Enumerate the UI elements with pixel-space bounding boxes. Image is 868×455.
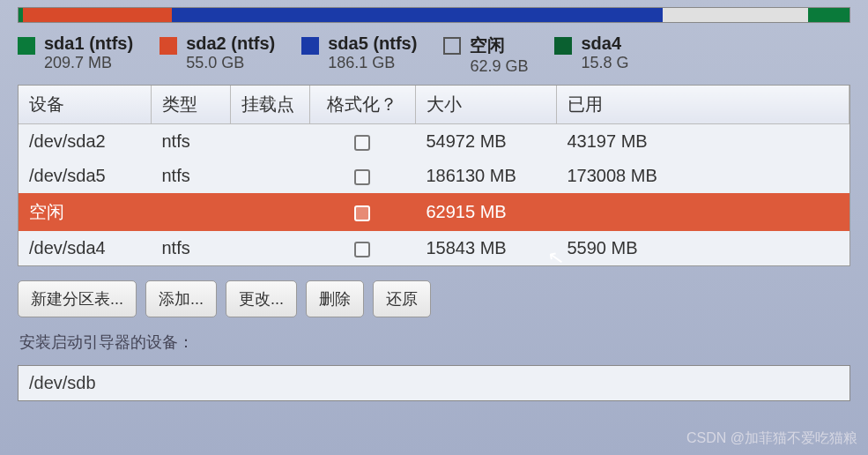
legend-text: sda415.8 G	[581, 34, 628, 72]
legend-name: sda2 (ntfs)	[186, 34, 275, 54]
cell-size: 54972 MB	[415, 124, 556, 160]
add-button[interactable]: 添加...	[145, 280, 217, 317]
legend-swatch-icon	[443, 37, 461, 55]
cell-type: ntfs	[151, 124, 230, 160]
cell-device: /dev/sda2	[19, 124, 151, 160]
header-device[interactable]: 设备	[19, 86, 151, 124]
legend-name: 空闲	[470, 34, 528, 57]
cell-mount	[230, 193, 309, 231]
cell-device: /dev/sda4	[19, 231, 151, 265]
legend-swatch-icon	[160, 37, 177, 55]
legend-size: 62.9 GB	[470, 57, 528, 76]
cell-format	[309, 231, 415, 265]
legend-item: sda5 (ntfs)186.1 GB	[301, 34, 417, 72]
bar-segment-sda4	[808, 8, 849, 22]
bar-segment-sda2	[23, 8, 173, 22]
header-used[interactable]: 已用	[556, 86, 849, 124]
cell-used	[556, 193, 849, 231]
legend-text: sda1 (ntfs)209.7 MB	[44, 34, 133, 72]
legend-swatch-icon	[554, 37, 572, 55]
legend-item: sda415.8 G	[554, 34, 628, 72]
cell-format	[309, 193, 415, 231]
legend-text: sda2 (ntfs)55.0 GB	[186, 34, 275, 72]
cell-type: ntfs	[151, 231, 230, 265]
partition-usage-bar	[18, 7, 850, 23]
cell-device: 空闲	[19, 193, 151, 231]
boot-device-select[interactable]: /dev/sdb	[18, 365, 850, 401]
header-size[interactable]: 大小	[415, 86, 556, 124]
bar-segment-free	[663, 8, 808, 22]
legend-text: 空闲62.9 GB	[470, 34, 528, 76]
cell-used: 5590 MB	[556, 231, 849, 265]
cell-type	[151, 193, 230, 231]
boot-device-value: /dev/sdb	[29, 373, 96, 392]
revert-button[interactable]: 还原	[373, 280, 431, 317]
legend-size: 15.8 G	[581, 54, 628, 72]
header-type[interactable]: 类型	[151, 86, 230, 124]
format-checkbox[interactable]	[354, 169, 370, 185]
cell-mount	[230, 231, 309, 265]
legend-swatch-icon	[18, 37, 35, 55]
format-checkbox[interactable]	[354, 242, 370, 257]
table-row[interactable]: /dev/sda4ntfs15843 MB5590 MB	[19, 231, 849, 265]
action-buttons: 新建分区表... 添加... 更改... 删除 还原	[0, 266, 868, 324]
change-button[interactable]: 更改...	[226, 280, 297, 317]
partition-table: 设备 类型 挂载点 格式化？ 大小 已用 /dev/sda2ntfs54972 …	[18, 85, 850, 266]
legend-text: sda5 (ntfs)186.1 GB	[328, 34, 417, 72]
legend-item: sda1 (ntfs)209.7 MB	[18, 34, 133, 72]
new-partition-table-button[interactable]: 新建分区表...	[18, 280, 137, 317]
legend-swatch-icon	[301, 37, 319, 55]
legend-name: sda5 (ntfs)	[328, 34, 417, 54]
cell-size: 186130 MB	[415, 159, 556, 193]
cell-device: /dev/sda5	[19, 159, 151, 193]
format-checkbox[interactable]	[354, 205, 370, 221]
table-row[interactable]: /dev/sda5ntfs186130 MB173008 MB	[19, 159, 849, 193]
cell-format	[309, 124, 415, 160]
legend-size: 186.1 GB	[328, 54, 417, 72]
cell-format	[309, 159, 415, 193]
boot-device-label: 安装启动引导器的设备：	[0, 324, 868, 360]
cell-size: 62915 MB	[415, 193, 556, 231]
cell-used: 173008 MB	[556, 159, 849, 193]
cell-mount	[230, 124, 309, 160]
table-row[interactable]: 空闲62915 MB	[19, 193, 849, 231]
watermark-text: CSDN @加菲猫不爱吃猫粮	[686, 429, 857, 448]
cell-used: 43197 MB	[556, 124, 849, 160]
partition-legend: sda1 (ntfs)209.7 MBsda2 (ntfs)55.0 GBsda…	[0, 30, 868, 85]
delete-button[interactable]: 删除	[306, 280, 364, 317]
legend-size: 55.0 GB	[186, 54, 275, 72]
header-format[interactable]: 格式化？	[309, 86, 415, 124]
legend-name: sda4	[581, 34, 628, 54]
legend-name: sda1 (ntfs)	[44, 34, 133, 54]
cell-type: ntfs	[151, 159, 230, 193]
legend-size: 209.7 MB	[44, 54, 133, 72]
bar-segment-sda5	[172, 8, 662, 22]
table-header-row: 设备 类型 挂载点 格式化？ 大小 已用	[19, 86, 849, 124]
header-mount[interactable]: 挂载点	[230, 86, 309, 124]
legend-item: 空闲62.9 GB	[443, 34, 528, 76]
legend-item: sda2 (ntfs)55.0 GB	[160, 34, 275, 72]
format-checkbox[interactable]	[354, 135, 370, 151]
cell-mount	[230, 159, 309, 193]
table-row[interactable]: /dev/sda2ntfs54972 MB43197 MB	[19, 124, 849, 160]
cell-size: 15843 MB	[415, 231, 556, 265]
